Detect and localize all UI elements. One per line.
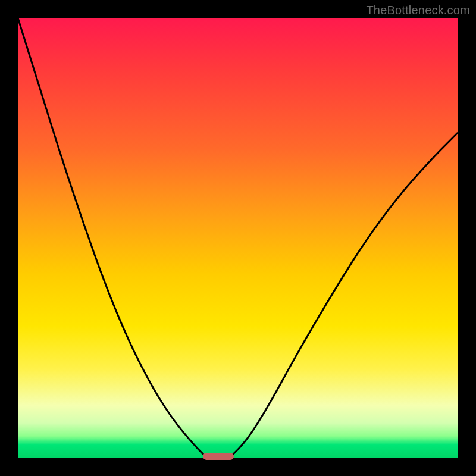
optimum-marker (203, 453, 234, 460)
chart-frame: TheBottleneck.com (0, 0, 476, 476)
plot-area (18, 18, 458, 458)
curve-right-branch (229, 132, 458, 458)
curve-left-branch (18, 18, 207, 458)
watermark-text: TheBottleneck.com (366, 4, 470, 17)
bottleneck-curve (18, 18, 458, 458)
